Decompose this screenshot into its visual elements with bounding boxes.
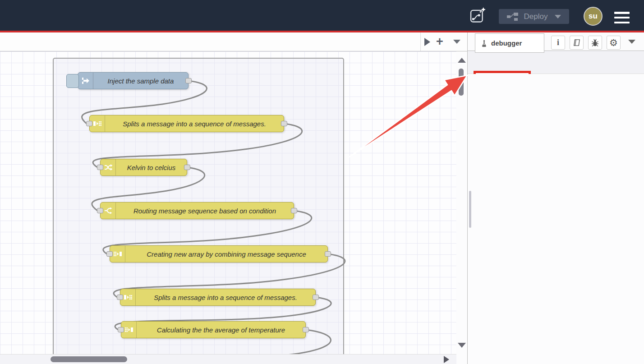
flow-canvas[interactable]: Inject the sample dataSplits a message i… [0, 51, 456, 354]
node-label: Inject the sample data [93, 73, 188, 89]
canvas-horizontal-scrollbar[interactable] [0, 354, 456, 364]
scroll-down-icon[interactable] [458, 343, 466, 348]
input-port[interactable] [97, 165, 103, 170]
node-label: Kelvin to celcius [116, 159, 187, 175]
debug-toolbar: Disabled [468, 51, 644, 74]
node-label: Splits a message into a sequence of mess… [136, 289, 315, 305]
flow-node-switch[interactable]: Routing message sequence based on condit… [100, 202, 294, 219]
add-flow-icon[interactable]: + [436, 36, 443, 48]
canvas-vertical-scrollbar[interactable] [456, 51, 467, 364]
scroll-tabs-right-icon[interactable] [424, 38, 430, 46]
flow-node-change[interactable]: Kelvin to celcius [100, 159, 187, 176]
tabbar-toolbar: + [420, 32, 467, 51]
input-port[interactable] [97, 208, 103, 213]
flow-node-split[interactable]: Splits a message into a sequence of mess… [120, 289, 316, 306]
flow-node-join[interactable]: Calculating the the average of temperatu… [121, 321, 306, 338]
flow-list-chevron-icon[interactable] [453, 40, 460, 44]
help-book-icon [573, 39, 580, 46]
deploy-button[interactable]: Deploy [499, 9, 569, 24]
output-port[interactable] [291, 208, 297, 213]
scroll-right-icon[interactable] [444, 356, 449, 363]
sidebar-resize-grip[interactable] [469, 191, 471, 228]
node-label: Routing message sequence based on condit… [116, 203, 294, 219]
workspace-tabbar: + [0, 32, 468, 51]
sidebar-options-chevron-icon[interactable] [628, 40, 635, 44]
info-button[interactable]: i [551, 36, 565, 50]
node-label: Calculating the the average of temperatu… [137, 322, 305, 338]
tab-debugger[interactable]: debugger [475, 33, 544, 53]
flow-node-inject[interactable]: Inject the sample data [78, 72, 189, 89]
header-bar: Deploy su [0, 0, 644, 31]
scroll-up-icon[interactable] [458, 58, 466, 63]
deploy-options-chevron-icon[interactable] [555, 15, 561, 18]
output-port[interactable] [313, 295, 319, 300]
input-port[interactable] [86, 121, 92, 126]
flow-node-split[interactable]: Splits a message into a sequence of mess… [89, 115, 284, 132]
tab-debugger-label: debugger [491, 39, 522, 47]
help-button[interactable] [570, 36, 584, 50]
sidebar: debugger i ⚙ [468, 32, 644, 364]
input-port[interactable] [118, 327, 124, 332]
inject-icon [78, 73, 93, 89]
bug-icon [591, 39, 599, 47]
output-port[interactable] [185, 78, 192, 83]
node-label: Creating new array by combining message … [125, 246, 327, 262]
flow-node-join[interactable]: Creating new array by combining message … [110, 245, 328, 263]
main-menu-icon[interactable] [614, 12, 630, 23]
output-port[interactable] [184, 165, 190, 170]
settings-button[interactable]: ⚙ [607, 36, 621, 50]
horizontal-scroll-thumb[interactable] [51, 356, 127, 362]
vertical-scroll-thumb[interactable] [459, 69, 464, 96]
output-port[interactable] [281, 121, 287, 126]
deploy-icon [507, 13, 519, 21]
sidebar-header: debugger i ⚙ [468, 32, 644, 51]
debug-button[interactable] [588, 36, 602, 50]
node-label: Splits a message into a sequence of mess… [105, 115, 284, 132]
inject-trigger-button[interactable] [66, 74, 79, 88]
debug-messages-panel [468, 74, 644, 364]
gear-icon: ⚙ [609, 38, 618, 47]
input-port[interactable] [117, 295, 123, 300]
output-port[interactable] [325, 251, 331, 257]
flask-icon [481, 40, 488, 47]
flow-assistant-icon[interactable] [470, 7, 486, 23]
output-port[interactable] [303, 327, 309, 332]
user-avatar[interactable]: su [584, 7, 603, 26]
info-icon: i [557, 38, 559, 47]
deploy-label: Deploy [524, 12, 548, 21]
input-port[interactable] [106, 251, 113, 257]
